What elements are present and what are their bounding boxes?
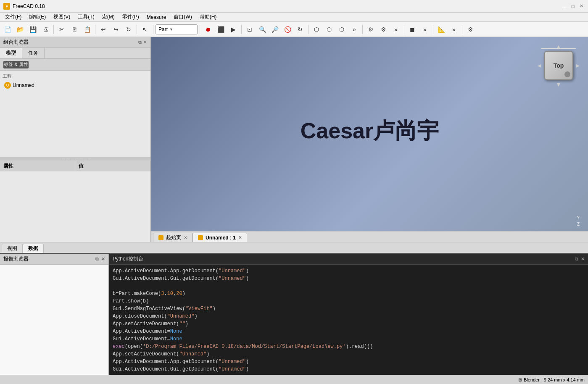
tab-view[interactable]: 视图 — [2, 244, 23, 253]
more-view-button[interactable]: » — [348, 24, 360, 35]
properties-body — [0, 171, 150, 242]
view3d-button[interactable]: ⬡ — [311, 24, 322, 35]
part-btn1[interactable]: ◼ — [406, 24, 418, 35]
menu-part[interactable]: 零件(P) — [119, 13, 142, 21]
y-axis-label: Y — [577, 215, 580, 221]
print-button[interactable]: 🖨 — [40, 24, 51, 35]
zoom-in-button[interactable]: 🔍 — [256, 24, 268, 35]
stop-button[interactable]: ⬛ — [215, 24, 227, 35]
python-header: Python控制台 ⧉ ✕ — [109, 254, 588, 265]
rotate-button[interactable]: ↻ — [294, 24, 306, 35]
properties-section: 属性 值 — [0, 160, 150, 242]
tab-task[interactable]: 任务 — [22, 48, 45, 58]
extra-btn1[interactable]: ⚙ — [464, 24, 476, 35]
menu-tools[interactable]: 工具(T) — [74, 13, 98, 21]
view-button2[interactable]: ⬡ — [323, 24, 335, 35]
label-section: 标签 & 属性 — [0, 59, 150, 71]
app-title: FreeCAD 0.18 — [13, 3, 45, 9]
more-measure-button[interactable]: » — [448, 24, 460, 35]
tree-item-unnamed[interactable]: U Unnamed — [3, 81, 148, 89]
tab-start-page[interactable]: 起始页 ✕ — [153, 233, 192, 242]
menu-measure[interactable]: Measure — [143, 13, 170, 21]
app-window: F FreeCAD 0.18 — □ ✕ 文件(F) 编辑(E) 视图(V) 工… — [0, 0, 588, 384]
no-entry-button[interactable]: 🚫 — [282, 24, 293, 35]
tab-unnamed[interactable]: Unnamed : 1 ✕ — [192, 233, 247, 242]
python-title: Python控制台 — [113, 255, 143, 263]
tree-item-label: Unnamed — [13, 82, 34, 88]
report-header: 报告浏览器 ⧉ ✕ — [0, 254, 108, 265]
menu-window[interactable]: 窗口(W) — [170, 13, 195, 21]
zoom-out-button[interactable]: 🔎 — [269, 24, 281, 35]
measure-btn1[interactable]: 📐 — [435, 24, 447, 35]
label-check[interactable]: 标签 & 属性 — [3, 61, 29, 68]
py-line-8: App.ActiveDocument=None — [113, 328, 585, 335]
unnamed-tab-icon — [198, 235, 203, 240]
open-button[interactable]: 📂 — [14, 24, 26, 35]
unnamed-icon: U — [4, 82, 11, 89]
unnamed-tab-close[interactable]: ✕ — [238, 235, 242, 240]
record-button[interactable]: ⏺ — [202, 24, 214, 35]
z-axis-label: Z — [577, 221, 580, 227]
copy-button[interactable]: ⎘ — [69, 24, 80, 35]
prop-col1: 属性 — [0, 161, 75, 171]
py-line-6: App.closeDocument("Unnamed") — [113, 313, 585, 320]
start-tab-close[interactable]: ✕ — [184, 235, 187, 240]
paste-button[interactable]: 📋 — [81, 24, 93, 35]
nav-cube-box[interactable]: Top — [544, 51, 573, 80]
python-float-btn[interactable]: ⧉ — [575, 256, 578, 262]
redo-button[interactable]: ↪ — [110, 24, 122, 35]
panel-resize-handle[interactable]: · · · · · · · — [0, 157, 150, 160]
dropdown-arrow-icon: ▼ — [169, 27, 173, 32]
close-button[interactable]: ✕ — [578, 3, 585, 10]
tool-btn2[interactable]: ⚙ — [377, 24, 389, 35]
tab-data[interactable]: 数据 — [23, 244, 44, 253]
right-section: Caesar卢尚宇 ▲ ◄ Top ► ▼ — [151, 37, 588, 242]
play-button[interactable]: ▶ — [227, 24, 239, 35]
tab-model[interactable]: 模型 — [0, 48, 22, 58]
panel-float-button[interactable]: ⧉ — [138, 39, 142, 45]
nav-cube-top-label: Top — [554, 62, 564, 69]
cut-button[interactable]: ✂ — [56, 24, 68, 35]
nav-right-arrow[interactable]: ► — [575, 62, 581, 69]
python-close-btn[interactable]: ✕ — [581, 256, 585, 262]
new-button[interactable]: 📄 — [2, 24, 13, 35]
menu-file[interactable]: 文件(F) — [2, 13, 25, 21]
nav-down-arrow[interactable]: ▼ — [556, 81, 562, 88]
viewport[interactable]: Caesar卢尚宇 ▲ ◄ Top ► ▼ — [151, 37, 588, 231]
python-console-body[interactable]: App.ActiveDocument.App.getDocument("Unna… — [109, 265, 588, 375]
report-title: 报告浏览器 — [3, 255, 29, 263]
py-line-4: Part.show(b) — [113, 297, 585, 305]
tool-btn1[interactable]: ⚙ — [365, 24, 377, 35]
report-body — [0, 265, 108, 375]
nav-mid-row: ◄ Top ► — [536, 51, 581, 80]
left-panel: 组合浏览器 ⧉ ✕ 模型 任务 标签 & 属性 工程 U Unnamed — [0, 37, 151, 242]
renderer-icon: 🖥 — [517, 377, 522, 382]
bottom-area: 报告浏览器 ⧉ ✕ Python控制台 ⧉ ✕ App.ActiveDocume… — [0, 253, 588, 375]
nav-left-arrow[interactable]: ◄ — [536, 62, 542, 69]
undo-button[interactable]: ↩ — [98, 24, 109, 35]
more-parts-button[interactable]: » — [419, 24, 431, 35]
view-fit-button[interactable]: ⊡ — [244, 24, 256, 35]
sep8 — [362, 25, 363, 34]
prop-col2: 值 — [75, 161, 150, 171]
workbench-dropdown[interactable]: Part ▼ — [156, 24, 198, 34]
menu-help[interactable]: 帮助(H) — [196, 13, 220, 21]
view-button3[interactable]: ⬡ — [336, 24, 348, 35]
panel-close-button[interactable]: ✕ — [143, 39, 147, 45]
menu-macro[interactable]: 宏(M) — [99, 13, 118, 21]
center-row: 组合浏览器 ⧉ ✕ 模型 任务 标签 & 属性 工程 U Unnamed — [0, 37, 588, 242]
python-controls: ⧉ ✕ — [575, 256, 585, 262]
minimize-button[interactable]: — — [561, 3, 568, 10]
pointer-button[interactable]: ↖ — [139, 24, 151, 35]
report-float-btn[interactable]: ⧉ — [95, 256, 99, 262]
save-button[interactable]: 💾 — [27, 24, 39, 35]
menu-view[interactable]: 视图(V) — [50, 13, 74, 21]
py-line-12: App.ActiveDocument.App.getDocument("Unna… — [113, 358, 585, 366]
menu-edit[interactable]: 编辑(E) — [26, 13, 49, 21]
refresh-button[interactable]: ↻ — [123, 24, 134, 35]
py-line-10: exec(open('D:/Program Files/FreeCAD 0.18… — [113, 343, 585, 350]
report-close-btn[interactable]: ✕ — [101, 256, 105, 262]
panel-header: 组合浏览器 ⧉ ✕ — [0, 37, 150, 48]
maximize-button[interactable]: □ — [570, 3, 576, 10]
more-tools-button[interactable]: » — [390, 24, 402, 35]
